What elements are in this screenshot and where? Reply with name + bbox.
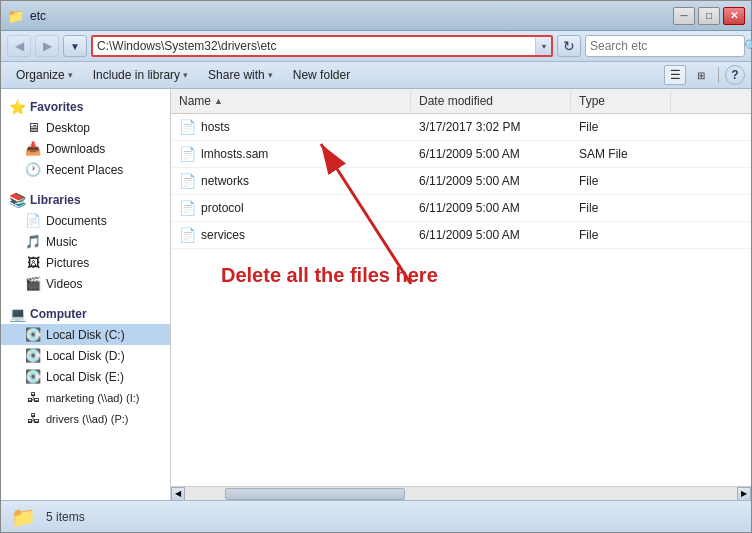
view-large-icons-button[interactable]: ⊞ [690, 65, 712, 85]
address-bar-area: ◀ ▶ ▼ ▾ ↻ 🔍 [1, 31, 751, 62]
sidebar-item-local-disk-d[interactable]: 💽 Local Disk (D:) [1, 345, 170, 366]
horizontal-scrollbar: ◀ ▶ [171, 486, 751, 500]
organize-chevron-icon: ▾ [68, 70, 73, 80]
share-chevron-icon: ▾ [268, 70, 273, 80]
col-header-name[interactable]: Name ▲ [171, 91, 411, 111]
file-icon: 📄 [179, 200, 195, 216]
explorer-window: 📁 etc ─ □ ✕ ◀ ▶ ▼ ▾ ↻ 🔍 Organize ▾ Inclu… [0, 0, 752, 533]
table-row[interactable]: 📄 lmhosts.sam 6/11/2009 5:00 AM SAM File [171, 141, 751, 168]
disk-d-icon: 💽 [25, 348, 41, 363]
h-scroll-thumb[interactable] [225, 488, 405, 500]
table-row[interactable]: 📄 protocol 6/11/2009 5:00 AM File [171, 195, 751, 222]
file-list: 📄 hosts 3/17/2017 3:02 PM File 📄 lmhosts… [171, 114, 751, 486]
col-header-date[interactable]: Date modified [411, 91, 571, 111]
new-folder-button[interactable]: New folder [284, 65, 359, 85]
file-type-services: File [571, 226, 671, 244]
title-bar: 📁 etc ─ □ ✕ [1, 1, 751, 31]
search-box: 🔍 [585, 35, 745, 57]
toolbar: Organize ▾ Include in library ▾ Share wi… [1, 62, 751, 89]
title-bar-controls: ─ □ ✕ [673, 7, 745, 25]
file-type-networks: File [571, 172, 671, 190]
music-icon: 🎵 [25, 234, 41, 249]
search-input[interactable] [586, 39, 744, 53]
marketing-drive-icon: 🖧 [25, 390, 41, 405]
sidebar-item-recent-places[interactable]: 🕐 Recent Places [1, 159, 170, 180]
file-type-hosts: File [571, 118, 671, 136]
favorites-icon: ⭐ [9, 99, 26, 115]
col-header-type[interactable]: Type [571, 91, 671, 111]
h-scroll-track [185, 487, 737, 501]
forward-button[interactable]: ▶ [35, 35, 59, 57]
include-library-button[interactable]: Include in library ▾ [84, 65, 197, 85]
computer-icon: 💻 [9, 306, 26, 322]
address-input[interactable] [93, 37, 535, 55]
delete-annotation-text: Delete all the files here [221, 264, 438, 287]
pictures-icon: 🖼 [25, 255, 41, 270]
file-icon: 📄 [179, 173, 195, 189]
minimize-button[interactable]: ─ [673, 7, 695, 25]
file-date-networks: 6/11/2009 5:00 AM [411, 172, 571, 190]
search-icon[interactable]: 🔍 [744, 36, 752, 56]
main-area: ⭐ Favorites 🖥 Desktop 📥 Downloads 🕐 Rece… [1, 89, 751, 500]
help-button[interactable]: ? [725, 65, 745, 85]
file-name-services: 📄 services [171, 225, 411, 245]
back-button[interactable]: ◀ [7, 35, 31, 57]
maximize-button[interactable]: □ [698, 7, 720, 25]
file-date-lmhosts: 6/11/2009 5:00 AM [411, 145, 571, 163]
file-name-networks: 📄 networks [171, 171, 411, 191]
sidebar-item-pictures[interactable]: 🖼 Pictures [1, 252, 170, 273]
window-icon: 📁 [7, 8, 24, 24]
downloads-icon: 📥 [25, 141, 41, 156]
toolbar-right: ☰ ⊞ ? [664, 65, 745, 85]
title-bar-left: 📁 etc [7, 8, 46, 24]
libraries-icon: 📚 [9, 192, 26, 208]
file-icon: 📄 [179, 119, 195, 135]
window-title: etc [30, 9, 46, 23]
status-bar: 📁 5 items [1, 500, 751, 532]
nav-divider-1 [1, 180, 170, 188]
recent-places-icon: 🕐 [25, 162, 41, 177]
sidebar-item-desktop[interactable]: 🖥 Desktop [1, 117, 170, 138]
sidebar-item-drivers-drive[interactable]: 🖧 drivers (\\ad) (P:) [1, 408, 170, 429]
address-dropdown-arrow[interactable]: ▾ [535, 37, 551, 55]
sidebar-item-downloads[interactable]: 📥 Downloads [1, 138, 170, 159]
file-type-lmhosts: SAM File [571, 145, 671, 163]
sidebar-item-music[interactable]: 🎵 Music [1, 231, 170, 252]
refresh-button[interactable]: ↻ [557, 35, 581, 57]
file-date-hosts: 3/17/2017 3:02 PM [411, 118, 571, 136]
sidebar-item-marketing-drive[interactable]: 🖧 marketing (\\ad) (I:) [1, 387, 170, 408]
file-date-protocol: 6/11/2009 5:00 AM [411, 199, 571, 217]
file-name-protocol: 📄 protocol [171, 198, 411, 218]
videos-icon: 🎬 [25, 276, 41, 291]
h-scroll-right-button[interactable]: ▶ [737, 487, 751, 501]
organize-button[interactable]: Organize ▾ [7, 65, 82, 85]
file-panel: Name ▲ Date modified Type 📄 hosts [171, 89, 751, 500]
table-row[interactable]: 📄 services 6/11/2009 5:00 AM File [171, 222, 751, 249]
h-scroll-left-button[interactable]: ◀ [171, 487, 185, 501]
sidebar-item-documents[interactable]: 📄 Documents [1, 210, 170, 231]
library-chevron-icon: ▾ [183, 70, 188, 80]
address-combo: ▾ [91, 35, 553, 57]
table-row[interactable]: 📄 hosts 3/17/2017 3:02 PM File [171, 114, 751, 141]
column-headers: Name ▲ Date modified Type [171, 89, 751, 114]
nav-divider-2 [1, 294, 170, 302]
sidebar-item-videos[interactable]: 🎬 Videos [1, 273, 170, 294]
share-with-button[interactable]: Share with ▾ [199, 65, 282, 85]
close-button[interactable]: ✕ [723, 7, 745, 25]
file-name-lmhosts: 📄 lmhosts.sam [171, 144, 411, 164]
computer-header: 💻 Computer [1, 302, 170, 324]
file-icon: 📄 [179, 146, 195, 162]
file-type-protocol: File [571, 199, 671, 217]
drivers-drive-icon: 🖧 [25, 411, 41, 426]
disk-c-icon: 💽 [25, 327, 41, 342]
file-icon: 📄 [179, 227, 195, 243]
favorites-header: ⭐ Favorites [1, 95, 170, 117]
status-item-count: 5 items [46, 510, 85, 524]
name-sort-arrow-icon: ▲ [214, 96, 223, 106]
nav-panel: ⭐ Favorites 🖥 Desktop 📥 Downloads 🕐 Rece… [1, 89, 171, 500]
table-row[interactable]: 📄 networks 6/11/2009 5:00 AM File [171, 168, 751, 195]
view-details-button[interactable]: ☰ [664, 65, 686, 85]
sidebar-item-local-disk-e[interactable]: 💽 Local Disk (E:) [1, 366, 170, 387]
sidebar-item-local-disk-c[interactable]: 💽 Local Disk (C:) [1, 324, 170, 345]
up-button[interactable]: ▼ [63, 35, 87, 57]
